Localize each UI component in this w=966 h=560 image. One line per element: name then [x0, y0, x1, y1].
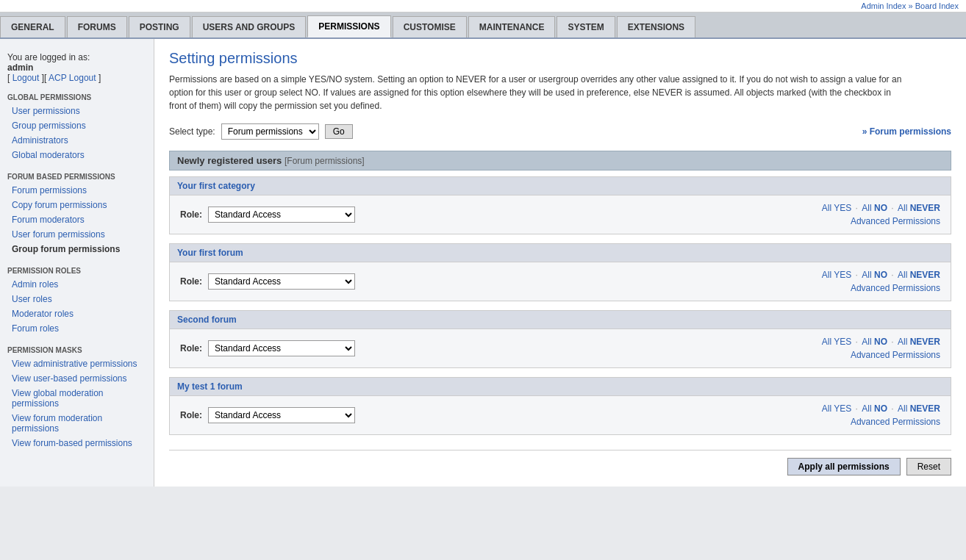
sidebar-item-view-admin-permissions[interactable]: View administrative permissions [0, 356, 154, 371]
adv-perm-your-first-forum: Advanced Permissions [822, 283, 940, 293]
nav-tab-extensions[interactable]: EXTENSIONS [617, 16, 695, 37]
sidebar-item-group-forum-permissions[interactable]: Group forum permissions [0, 242, 154, 256]
sidebar-link-view-user-permissions[interactable]: View user-based permissions [12, 373, 127, 384]
forum-blocks: Your first categoryRole:Standard AccessN… [169, 176, 951, 435]
role-select-your-first-category[interactable]: Standard AccessNo AccessRead Only Access… [208, 207, 355, 223]
all-no-link-your-first-category[interactable]: All NO [862, 203, 887, 213]
role-label-my-test-1-forum: Role: [180, 410, 202, 420]
sidebar-link-copy-forum-permissions[interactable]: Copy forum permissions [12, 200, 107, 210]
sidebar-user-info: You are logged in as: admin [ Logout ][ … [0, 46, 154, 89]
sidebar-link-view-global-mod-permissions[interactable]: View global moderation permissions [12, 388, 104, 409]
all-no-link-second-forum[interactable]: All NO [862, 337, 887, 347]
sidebar-link-view-forum-mod-permissions[interactable]: View forum moderation permissions [12, 413, 102, 434]
sidebar-link-view-admin-permissions[interactable]: View administrative permissions [12, 359, 137, 369]
sidebar-link-global-moderators[interactable]: Global moderators [12, 150, 85, 160]
nav-tab-general[interactable]: GENERAL [0, 16, 65, 37]
sidebar-link-moderator-roles[interactable]: Moderator roles [12, 309, 74, 319]
forum-block-header-your-first-category: Your first category [170, 177, 951, 195]
sidebar-link-user-roles[interactable]: User roles [12, 294, 52, 304]
select-type-dropdown[interactable]: Forum permissionsUser permissionsGroup p… [221, 123, 319, 140]
sidebar-logout-brackets: [ [7, 73, 12, 83]
role-select-your-first-forum[interactable]: Standard AccessNo AccessRead Only Access… [208, 273, 355, 290]
all-yes-link-my-test-1-forum[interactable]: All YES [822, 403, 851, 414]
advanced-permissions-link-your-first-forum[interactable]: Advanced Permissions [851, 283, 940, 293]
all-no-link-my-test-1-forum[interactable]: All NO [862, 403, 887, 414]
sidebar-item-user-permissions[interactable]: User permissions [0, 104, 154, 118]
sidebar-item-group-permissions[interactable]: Group permissions [0, 118, 154, 133]
sidebar-item-admin-roles[interactable]: Admin roles [0, 277, 154, 292]
sidebar-link-forum-roles[interactable]: Forum roles [12, 323, 59, 334]
sidebar-item-forum-moderators[interactable]: Forum moderators [0, 212, 154, 227]
all-never-link-my-test-1-forum[interactable]: All NEVER [898, 403, 940, 414]
role-left-second-forum: Role:Standard AccessNo AccessRead Only A… [180, 340, 355, 356]
role-left-your-first-forum: Role:Standard AccessNo AccessRead Only A… [180, 273, 355, 290]
sidebar-section-title-permission-masks: PERMISSION MASKS [0, 342, 154, 356]
sidebar-item-user-roles[interactable]: User roles [0, 292, 154, 306]
nav-tab-forums[interactable]: FORUMS [67, 16, 127, 37]
go-button[interactable]: Go [325, 124, 353, 139]
nav-tab-maintenance[interactable]: MAINTENANCE [468, 16, 556, 37]
sidebar-link-user-permissions[interactable]: User permissions [12, 106, 80, 116]
nav-tab-customise[interactable]: CUSTOMISE [393, 16, 467, 37]
breadcrumb-link[interactable]: Admin Index » Board Index [861, 1, 959, 10]
sidebar-item-moderator-roles[interactable]: Moderator roles [0, 306, 154, 321]
sidebar-item-view-user-permissions[interactable]: View user-based permissions [0, 371, 154, 386]
sidebar-section-permission-roles: PERMISSION ROLESAdmin rolesUser rolesMod… [0, 262, 154, 336]
sidebar-section-title-global-permissions: GLOBAL PERMISSIONS [0, 89, 154, 104]
sidebar-section-forum-based-permissions: FORUM BASED PERMISSIONSForum permissions… [0, 168, 154, 256]
sidebar-link-group-forum-permissions[interactable]: Group forum permissions [12, 244, 120, 254]
perm-links-my-test-1-forum: All YES · All NO · All NEVER [822, 403, 940, 414]
perm-links-your-first-forum: All YES · All NO · All NEVER [822, 270, 940, 280]
sidebar-acp-logout[interactable]: ACP Logout [49, 73, 96, 83]
nav-tab-system[interactable]: SYSTEM [557, 16, 615, 37]
all-yes-link-your-first-category[interactable]: All YES [822, 203, 851, 213]
advanced-permissions-link-my-test-1-forum[interactable]: Advanced Permissions [851, 417, 940, 427]
sidebar-link-administrators[interactable]: Administrators [12, 135, 68, 146]
sidebar-link-user-forum-permissions[interactable]: User forum permissions [12, 229, 105, 240]
logged-in-label: You are logged in as: [7, 52, 90, 62]
advanced-permissions-link-your-first-category[interactable]: Advanced Permissions [851, 216, 940, 226]
all-never-link-your-first-category[interactable]: All NEVER [898, 203, 940, 213]
sidebar-item-copy-forum-permissions[interactable]: Copy forum permissions [0, 198, 154, 212]
sidebar: You are logged in as: admin [ Logout ][ … [0, 39, 154, 487]
select-type-label: Select type: [169, 126, 215, 137]
sidebar-item-view-global-mod-permissions[interactable]: View global moderation permissions [0, 386, 154, 411]
role-select-my-test-1-forum[interactable]: Standard AccessNo AccessRead Only Access… [208, 407, 355, 423]
select-type-row: Select type: Forum permissionsUser permi… [169, 123, 951, 140]
sidebar-link-forum-permissions[interactable]: Forum permissions [12, 185, 87, 195]
sidebar-sections: GLOBAL PERMISSIONSUser permissionsGroup … [0, 89, 154, 450]
sidebar-item-view-forum-based-permissions[interactable]: View forum-based permissions [0, 436, 154, 450]
advanced-permissions-link-second-forum[interactable]: Advanced Permissions [851, 350, 940, 360]
reset-button[interactable]: Reset [906, 458, 951, 475]
nav-tab-users-groups[interactable]: USERS AND GROUPS [192, 16, 307, 37]
sidebar-link-admin-roles[interactable]: Admin roles [12, 279, 58, 290]
all-yes-link-your-first-forum[interactable]: All YES [822, 270, 851, 280]
nru-subtitle: [Forum permissions] [285, 156, 365, 166]
all-never-link-second-forum[interactable]: All NEVER [898, 337, 940, 347]
sidebar-item-forum-permissions[interactable]: Forum permissions [0, 183, 154, 198]
all-never-link-your-first-forum[interactable]: All NEVER [898, 270, 940, 280]
sidebar-item-user-forum-permissions[interactable]: User forum permissions [0, 227, 154, 242]
forum-block-header-your-first-forum: Your first forum [170, 244, 951, 262]
nav-tab-permissions[interactable]: PERMISSIONS [307, 15, 390, 37]
sidebar-logout[interactable]: Logout [12, 73, 40, 83]
nav-tab-posting[interactable]: POSTING [129, 16, 190, 37]
all-no-link-your-first-forum[interactable]: All NO [862, 270, 887, 280]
forum-permissions-link[interactable]: Forum permissions [862, 126, 951, 137]
sidebar-username: admin [7, 62, 33, 73]
sidebar-link-group-permissions[interactable]: Group permissions [12, 121, 86, 131]
apply-all-permissions-button[interactable]: Apply all permissions [787, 458, 901, 475]
sidebar-item-view-forum-mod-permissions[interactable]: View forum moderation permissions [0, 411, 154, 436]
all-yes-link-second-forum[interactable]: All YES [822, 337, 851, 347]
role-select-second-forum[interactable]: Standard AccessNo AccessRead Only Access… [208, 340, 355, 356]
sidebar-item-administrators[interactable]: Administrators [0, 133, 154, 148]
forum-block-second-forum: Second forumRole:Standard AccessNo Acces… [169, 310, 951, 368]
forum-block-body-your-first-category: Role:Standard AccessNo AccessRead Only A… [170, 195, 951, 234]
sidebar-item-global-moderators[interactable]: Global moderators [0, 148, 154, 162]
sidebar-link-forum-moderators[interactable]: Forum moderators [12, 215, 85, 225]
sidebar-link-view-forum-based-permissions[interactable]: View forum-based permissions [12, 438, 132, 448]
forum-block-your-first-category: Your first categoryRole:Standard AccessN… [169, 176, 951, 234]
role-label-second-forum: Role: [180, 343, 202, 353]
main-content: Setting permissions Permissions are base… [154, 39, 966, 487]
sidebar-item-forum-roles[interactable]: Forum roles [0, 321, 154, 336]
